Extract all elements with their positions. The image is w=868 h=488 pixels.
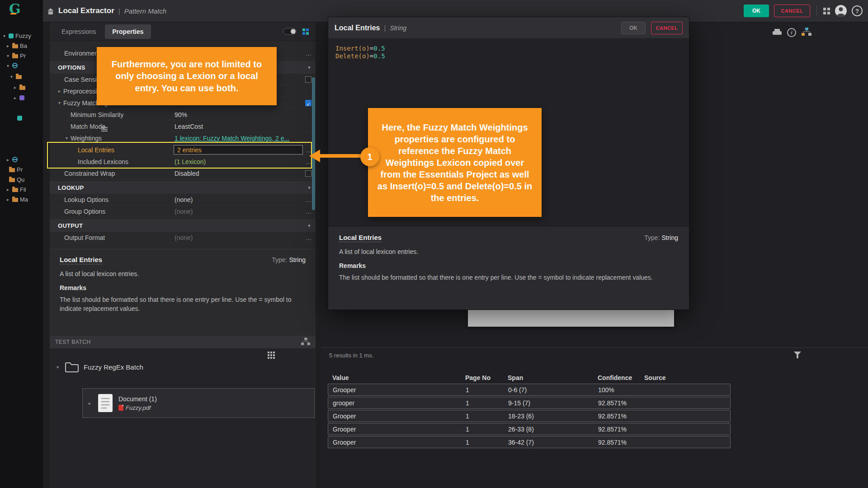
checkbox-unchecked[interactable] (305, 170, 311, 177)
property-row-group-options[interactable]: Group Options (none) (50, 206, 316, 217)
results-summary: 5 results in 1 ms. (329, 352, 373, 359)
ellipsis-button[interactable] (306, 208, 311, 215)
chevron-right-icon[interactable] (13, 95, 18, 100)
table-row[interactable]: Grooper136-42 (7)92.8571% (328, 436, 731, 448)
home-icon[interactable] (47, 9, 54, 14)
folder-icon (12, 44, 18, 48)
dialog-cancel-button[interactable]: CANCEL (651, 22, 683, 34)
property-row-match-mode[interactable]: Match Mode LeastCost (50, 121, 316, 132)
description-summary: A list of local lexicon entries. (60, 270, 306, 277)
tree-item[interactable] (13, 83, 27, 91)
collapse-icon[interactable] (308, 185, 311, 191)
section-header-output[interactable]: OUTPUT (50, 219, 316, 232)
chevron-down-icon[interactable] (5, 53, 10, 58)
chevron-right-icon[interactable] (5, 43, 10, 48)
scrollbar-thumb[interactable] (312, 77, 315, 210)
type-info: Type:String (272, 256, 306, 263)
tree-item[interactable] (9, 72, 24, 80)
tree-item[interactable]: Ma (5, 195, 28, 203)
compact-toggle[interactable] (283, 28, 297, 35)
filter-icon[interactable] (794, 352, 801, 358)
checkbox-checked[interactable] (305, 100, 311, 106)
help-icon[interactable] (852, 5, 863, 16)
ellipsis-button[interactable] (306, 50, 311, 56)
collapse-icon[interactable] (308, 223, 311, 229)
info-icon[interactable] (787, 28, 796, 37)
editor-line: Delete(o)=0.5 (335, 52, 682, 60)
results-table: Value Page No Span Confidence Source Gro… (328, 372, 731, 449)
property-description: Local Entries Type:String A list of loca… (50, 249, 316, 336)
checkbox-unchec­ked[interactable] (305, 76, 311, 83)
display-options-icon[interactable] (302, 28, 309, 35)
collapse-icon[interactable] (55, 365, 60, 370)
editor-line: Insert(o)=0.5 (335, 45, 682, 52)
tree-item[interactable]: Qu (9, 175, 24, 183)
node-tree-rail: G Fuzzy Ba Pr Pr Qu Fil Ma (0, 0, 43, 488)
tree-item[interactable]: Fil (5, 185, 26, 193)
test-batch-document[interactable]: Document (1) Fuzzy.pdf (82, 388, 315, 418)
ellipsis-button[interactable] (306, 196, 311, 203)
tab-expressions[interactable]: Expressions (54, 24, 103, 39)
weightings-link[interactable]: 1 lexicon: Fuzzy Match Weightings, 2 e..… (175, 135, 302, 142)
expand-icon[interactable] (87, 401, 92, 406)
tree-item[interactable] (13, 94, 26, 102)
tree-item[interactable]: Fuzzy (2, 32, 31, 40)
property-row-lookup-options[interactable]: Lookup Options (none) (50, 194, 316, 206)
tree-item[interactable]: Pr (5, 52, 26, 60)
collapse-icon[interactable] (64, 136, 69, 141)
description-summary: A list of local lexicon entries. (339, 248, 678, 255)
step-number-badge: 1 (360, 147, 379, 166)
batch-folder-item[interactable]: Fuzzy RegEx Batch (55, 361, 143, 373)
chevron-right-icon[interactable] (13, 85, 18, 90)
tab-properties[interactable]: Properties (105, 24, 151, 39)
callout-note: Here, the Fuzzy Match Weightings propert… (368, 108, 542, 217)
property-row-constrained-wrap[interactable]: Constrained Wrap Disabled (50, 168, 316, 179)
table-row[interactable]: Grooper126-33 (8)92.8571% (328, 423, 731, 435)
folder-icon (16, 75, 22, 79)
tree-item[interactable] (5, 155, 19, 164)
table-row[interactable]: grooper19-15 (7)92.8571% (328, 397, 731, 409)
chevron-down-icon[interactable] (9, 74, 14, 79)
title-separator: | (118, 7, 120, 15)
results-header: Value Page No Span Confidence Source (328, 372, 731, 384)
chevron-right-icon[interactable] (5, 157, 10, 162)
dropdown-icon[interactable] (101, 127, 108, 132)
batch-hierarchy-icon[interactable] (301, 338, 310, 347)
tree-item[interactable]: Pr (9, 165, 23, 174)
user-avatar[interactable] (835, 5, 847, 17)
collapse-icon[interactable] (308, 65, 311, 70)
table-row[interactable]: Grooper10-6 (7)100% (328, 384, 731, 396)
folder-icon (9, 168, 15, 172)
document-name: Document (1) (118, 395, 157, 403)
dialog-ok-button[interactable]: OK (621, 22, 646, 34)
tree-item[interactable] (5, 61, 19, 70)
cancel-button[interactable]: CANCEL (774, 5, 810, 17)
titlebar-actions: OK CANCEL (744, 5, 863, 17)
ok-button[interactable]: OK (744, 5, 769, 17)
tree-item[interactable]: Ba (5, 42, 27, 50)
apps-icon[interactable] (823, 8, 830, 14)
chevron-down-icon[interactable] (2, 33, 7, 38)
chevron-right-icon[interactable] (5, 187, 10, 192)
chevron-down-icon[interactable] (5, 63, 10, 68)
table-row[interactable]: Grooper118-23 (6)92.8571% (328, 410, 731, 422)
property-row-minimum-similarity[interactable]: Minimum Similarity 90% (50, 109, 316, 121)
print-icon[interactable] (773, 29, 782, 36)
flow-icon[interactable] (802, 28, 811, 38)
grooper-app: G Fuzzy Ba Pr Pr Qu Fil Ma Local Extract… (0, 0, 868, 488)
section-header-lookup[interactable]: LOOKUP (50, 181, 316, 194)
chevron-right-icon[interactable] (5, 197, 10, 202)
expand-icon[interactable] (57, 89, 62, 94)
batch-folder-icon (65, 361, 79, 373)
tree-item-selected[interactable] (17, 114, 24, 122)
ellipsis-button[interactable] (306, 234, 311, 241)
collapse-icon[interactable] (57, 100, 62, 105)
grooper-logo[interactable]: G (9, 1, 21, 17)
document-preview[interactable] (468, 309, 674, 327)
pdf-icon (118, 405, 123, 411)
extractor-icon (17, 116, 22, 121)
test-batch-tree: Fuzzy RegEx Batch Document (1) Fuzzy.pdf (50, 348, 316, 488)
callout-arrowhead (309, 150, 320, 162)
remarks-label: Remarks (339, 262, 678, 269)
property-row-output-format[interactable]: Output Format (none) (50, 232, 316, 244)
